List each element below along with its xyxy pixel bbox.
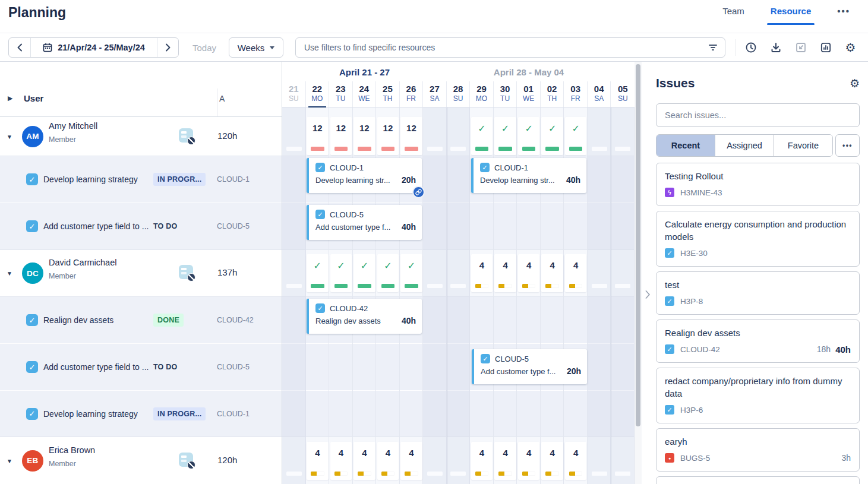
collapse-icon[interactable]: ▼ xyxy=(7,133,12,140)
prev-week-button[interactable] xyxy=(9,38,30,57)
scale-select[interactable]: Weeks xyxy=(229,37,283,58)
issue-card[interactable]: Testing Rollout H3MINE-43 xyxy=(656,163,860,206)
issue-card[interactable]: redact company/proprietary info from dum… xyxy=(656,368,860,423)
user-row-david[interactable]: ▼ DC David Carmichael Member 137h xyxy=(0,249,282,296)
workload-cell[interactable] xyxy=(424,442,446,480)
workload-cell[interactable] xyxy=(447,117,469,155)
collapse-icon[interactable]: ▼ xyxy=(7,457,12,464)
panel-expand-chevron-icon[interactable] xyxy=(645,290,651,299)
workload-scheme-icon[interactable] xyxy=(179,128,193,143)
issue-card[interactable]: earyh BUGS-5 3h xyxy=(656,428,860,472)
task-checkbox-icon[interactable] xyxy=(26,220,38,232)
workload-cell[interactable] xyxy=(612,117,634,155)
workload-cell[interactable] xyxy=(612,254,634,292)
workload-cell[interactable]: 12 xyxy=(400,117,422,155)
issues-search-input[interactable] xyxy=(656,103,860,127)
user-row-erica[interactable]: ▼ EB Erica Brown Member 120h xyxy=(0,436,282,484)
day-header[interactable]: 29 MO xyxy=(470,81,494,107)
day-header[interactable]: 21 SU xyxy=(282,81,306,107)
day-header[interactable]: 28 SU xyxy=(447,81,471,107)
report-button[interactable] xyxy=(816,38,835,56)
task-checkbox-icon[interactable] xyxy=(26,361,38,373)
task-card[interactable]: CLOUD-5 Add customer type f...20h xyxy=(472,349,587,384)
task-row[interactable]: Add customer type field to ... TO DO CLO… xyxy=(0,203,282,249)
workload-cell[interactable]: 4 xyxy=(353,442,375,480)
workload-cell[interactable]: 4 xyxy=(541,442,563,480)
issues-tab[interactable]: Assigned xyxy=(715,135,774,156)
task-card[interactable]: CLOUD-42 Realign dev assets40h xyxy=(307,299,422,334)
task-row[interactable]: Realign dev assets DONE CLOUD-42 xyxy=(0,296,282,343)
workload-cell[interactable]: ✓ xyxy=(353,254,375,292)
task-checkbox-icon[interactable] xyxy=(26,314,38,326)
workload-cell[interactable]: ✓ xyxy=(541,117,563,155)
day-header[interactable]: 26 FR xyxy=(400,81,424,107)
day-header[interactable]: 25 TH xyxy=(376,81,400,107)
workload-cell[interactable]: 4 xyxy=(565,442,587,480)
next-week-button[interactable] xyxy=(157,38,178,57)
edit-button[interactable] xyxy=(791,38,810,56)
week-label-next[interactable]: April 28 - May 04 xyxy=(447,62,611,81)
task-row[interactable]: Develop learning strategy IN PROGR... CL… xyxy=(0,390,282,436)
workload-cell[interactable] xyxy=(424,117,446,155)
workload-scheme-icon[interactable] xyxy=(179,453,193,467)
workload-cell[interactable] xyxy=(283,254,305,292)
vertical-scrollbar[interactable] xyxy=(635,62,642,484)
workload-cell[interactable]: 12 xyxy=(307,117,329,155)
expand-all-icon[interactable]: ▶ xyxy=(8,94,12,102)
workload-cell[interactable]: 4 xyxy=(518,254,540,292)
workload-cell[interactable]: 4 xyxy=(565,254,587,292)
workload-cell[interactable] xyxy=(447,442,469,480)
workload-cell[interactable]: ✓ xyxy=(565,117,587,155)
week-label-current[interactable]: April 21 - 27 xyxy=(282,62,447,81)
filter-icon[interactable] xyxy=(708,43,718,52)
workload-cell[interactable]: ✓ xyxy=(307,254,329,292)
task-checkbox-icon[interactable] xyxy=(26,408,38,420)
day-header[interactable]: 30 TU xyxy=(494,81,517,107)
workload-cell[interactable]: 4 xyxy=(330,442,352,480)
collapse-icon[interactable]: ▼ xyxy=(7,270,12,277)
workload-cell[interactable] xyxy=(588,117,610,155)
day-header[interactable]: 04 SA xyxy=(588,81,611,107)
day-header[interactable]: 03 FR xyxy=(564,81,588,107)
workload-cell[interactable] xyxy=(612,442,634,480)
date-range-button[interactable]: 21/Apr/24 - 25/May/24 xyxy=(30,38,157,57)
workload-cell[interactable]: 4 xyxy=(471,442,493,480)
issues-tab[interactable]: Favorite xyxy=(774,135,832,156)
day-header[interactable]: 23 TU xyxy=(329,81,353,107)
issue-card[interactable]: test H3P-8 xyxy=(656,271,860,315)
workload-cell[interactable]: ✓ xyxy=(400,254,422,292)
workload-cell[interactable]: 12 xyxy=(353,117,375,155)
workload-cell[interactable]: ✓ xyxy=(377,254,399,292)
task-card[interactable]: CLOUD-1 Develop learning str...20h xyxy=(307,158,422,193)
workload-cell[interactable] xyxy=(447,254,469,292)
workload-cell[interactable]: 4 xyxy=(400,442,422,480)
tab-resource[interactable]: Resource xyxy=(771,6,811,16)
time-tracking-button[interactable] xyxy=(741,38,760,56)
workload-cell[interactable]: 4 xyxy=(494,254,516,292)
workload-cell[interactable]: ✓ xyxy=(518,117,540,155)
workload-cell[interactable]: 12 xyxy=(377,117,399,155)
workload-cell[interactable]: ✓ xyxy=(471,117,493,155)
day-header[interactable]: 05 SU xyxy=(611,81,635,107)
day-header[interactable]: 24 WE xyxy=(353,81,377,107)
header-more-icon[interactable]: ••• xyxy=(837,6,850,16)
workload-cell[interactable]: ✓ xyxy=(494,117,516,155)
today-button[interactable]: Today xyxy=(192,43,216,53)
download-button[interactable] xyxy=(766,38,785,56)
workload-cell[interactable] xyxy=(588,254,610,292)
workload-scheme-icon[interactable] xyxy=(179,265,193,279)
link-badge[interactable] xyxy=(412,186,425,198)
workload-cell[interactable] xyxy=(283,117,305,155)
workload-cell[interactable]: 4 xyxy=(494,442,516,480)
workload-cell[interactable] xyxy=(283,442,305,480)
task-card[interactable]: CLOUD-5 Add customer type f...40h xyxy=(307,205,422,240)
issue-card[interactable]: Calculate energy consumption and product… xyxy=(656,211,860,267)
task-checkbox-icon[interactable] xyxy=(26,173,38,185)
settings-button[interactable]: ⚙ xyxy=(841,38,860,56)
workload-cell[interactable] xyxy=(424,254,446,292)
workload-cell[interactable]: 4 xyxy=(541,254,563,292)
resource-filter-input[interactable] xyxy=(295,37,725,58)
issues-tabs-more-icon[interactable]: ••• xyxy=(835,134,860,157)
workload-cell[interactable]: ✓ xyxy=(330,254,352,292)
issues-settings-icon[interactable]: ⚙ xyxy=(850,78,860,89)
